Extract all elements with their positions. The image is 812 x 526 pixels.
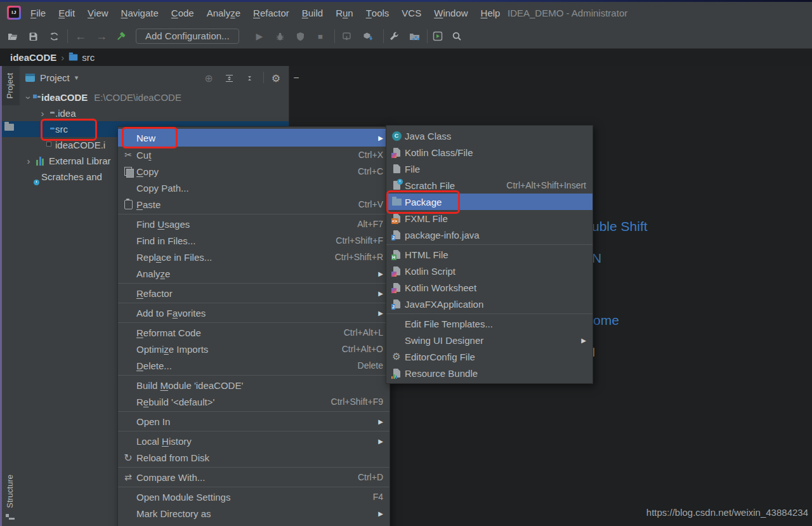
tool-stripe-tab-project[interactable]: Project [0, 66, 20, 105]
menu-item-delete[interactable]: Delete... Delete [118, 357, 390, 374]
submenu-item-swing-ui-designer[interactable]: Swing UI Designer ▶ [386, 332, 593, 348]
menu-item-copy[interactable]: Copy Ctrl+C [118, 163, 390, 180]
project-panel-title[interactable]: Project [40, 72, 70, 83]
menu-code[interactable]: Code [165, 2, 200, 24]
submenu-arrow-icon: ▶ [378, 310, 383, 317]
gear-icon[interactable]: ⚙ [270, 72, 282, 84]
csdn-watermark: https://blog.csdn.net/weixin_43884234 [646, 507, 808, 518]
submenu-item-html-file[interactable]: H HTML File [386, 246, 593, 263]
add-configuration-button[interactable]: Add Configuration... [136, 29, 239, 44]
compare-icon: ⇄ [122, 471, 134, 483]
menu-item-paste[interactable]: Paste Ctrl+V [118, 196, 390, 213]
build-hammer-icon[interactable] [114, 30, 127, 43]
chevron-down-icon[interactable]: ▾ [75, 74, 79, 82]
menu-item-replace-in-files[interactable]: Replace in Files... Ctrl+Shift+R [118, 249, 390, 265]
title-bar: IJ File Edit View Navigate Code Analyze … [0, 2, 812, 24]
submenu-item-java-class[interactable]: C Java Class [386, 128, 593, 144]
breadcrumb-project[interactable]: ideaCODE [10, 52, 56, 63]
menu-edit[interactable]: Edit [52, 2, 81, 24]
menu-item-rebuild-default[interactable]: Rebuild '<default>' Ctrl+Shift+F9 [118, 393, 390, 410]
editor-tip-fragment: uble Shift [592, 219, 648, 234]
menu-separator [118, 303, 390, 303]
project-structure-icon[interactable] [408, 30, 421, 43]
menu-build[interactable]: Build [296, 2, 329, 24]
tool-stripe-tab-structure[interactable]: Structure [0, 471, 20, 511]
submenu-item-javafx-application[interactable]: J JavaFXApplication [386, 296, 593, 312]
menu-view[interactable]: View [81, 2, 115, 24]
folder-icon [69, 55, 78, 61]
menu-tools[interactable]: Tools [360, 2, 396, 24]
submenu-item-edit-file-templates[interactable]: Edit File Templates... [386, 315, 593, 332]
sync-icon[interactable] [48, 30, 60, 43]
window-title: IDEA_DEMO - Administrator [508, 2, 627, 24]
open-folder-icon[interactable] [6, 30, 19, 43]
search-everywhere-icon[interactable] [450, 30, 463, 43]
menu-vcs[interactable]: VCS [395, 2, 428, 24]
menu-separator [386, 244, 593, 245]
idea-window: IJ File Edit View Navigate Code Analyze … [0, 0, 812, 526]
locate-file-icon[interactable]: ⊕ [203, 72, 214, 84]
attach-debugger-icon[interactable] [340, 30, 353, 43]
submenu-arrow-icon: ▶ [378, 135, 383, 141]
menu-item-copy-path[interactable]: Copy Path... [118, 180, 390, 196]
wrench-settings-icon[interactable] [388, 30, 400, 43]
collapse-all-icon[interactable] [244, 72, 255, 84]
context-menu: New ▶ ✂ Cut Ctrl+X Copy Ctrl+C Copy Path… [117, 126, 390, 526]
menu-item-refactor[interactable]: Refactor ▶ [118, 285, 390, 301]
update-package-icon[interactable] [362, 30, 374, 43]
menu-help[interactable]: Help [475, 2, 507, 24]
menu-item-local-history[interactable]: Local History ▶ [118, 433, 390, 449]
menu-item-find-usages[interactable]: Find Usages Alt+F7 [118, 216, 390, 232]
menu-window[interactable]: Window [428, 2, 474, 24]
chevron-collapsed-icon[interactable]: › [23, 157, 34, 166]
chevron-collapsed-icon[interactable]: › [37, 109, 48, 118]
menu-navigate[interactable]: Navigate [115, 2, 165, 24]
hide-panel-icon[interactable]: − [291, 72, 302, 84]
fxml-file-icon: <> [390, 213, 403, 224]
submenu-item-kotlin-script[interactable]: Kotlin Script [386, 263, 593, 279]
submenu-item-kotlin-class-file[interactable]: Kotlin Class/File [386, 144, 593, 161]
submenu-item-editorconfig-file[interactable]: ⚙ EditorConfig File [386, 348, 593, 365]
menu-analyze[interactable]: Analyze [200, 2, 247, 24]
forward-icon[interactable]: → [95, 30, 108, 43]
submenu-arrow-icon: ▶ [378, 510, 383, 517]
menu-item-cut[interactable]: ✂ Cut Ctrl+X [118, 147, 390, 163]
menu-item-find-in-files[interactable]: Find in Files... Ctrl+Shift+F [118, 232, 390, 249]
menu-item-open-in[interactable]: Open In ▶ [118, 413, 390, 430]
menu-file[interactable]: File [24, 2, 52, 24]
kotlin-file-icon [390, 282, 403, 293]
menu-item-open-module-settings[interactable]: Open Module Settings F4 [118, 489, 390, 505]
submenu-item-kotlin-worksheet[interactable]: Kotlin Worksheet [386, 279, 593, 296]
stop-icon[interactable]: ■ [314, 30, 327, 43]
menu-item-build-module[interactable]: Build Module 'ideaCODE' [118, 377, 390, 393]
submenu-item-package-info[interactable]: J package-info.java [386, 227, 593, 243]
submenu-item-file[interactable]: File [386, 161, 593, 177]
header-separator [263, 72, 264, 83]
tree-item-project-root[interactable]: › ideaCODE E:\CODE\ideaCODE [20, 89, 292, 105]
gear-icon: ⚙ [390, 351, 403, 362]
debug-bug-icon[interactable] [273, 30, 286, 43]
run-anything-icon[interactable] [431, 30, 444, 43]
menu-item-remove-bom[interactable]: Remove BOM [118, 522, 390, 526]
chevron-expanded-icon[interactable]: › [24, 93, 33, 103]
annotation-box-src [41, 119, 97, 141]
kotlin-file-icon [390, 147, 403, 158]
menu-item-compare-with[interactable]: ⇄ Compare With... Ctrl+D [118, 469, 390, 485]
main-menu-bar: File Edit View Navigate Code Analyze Ref… [24, 2, 506, 24]
editor-tip-fragment: ome [593, 313, 619, 328]
menu-item-mark-directory-as[interactable]: Mark Directory as ▶ [118, 505, 390, 522]
run-with-coverage-icon[interactable] [294, 30, 306, 43]
menu-item-reload-from-disk[interactable]: ↻ Reload from Disk [118, 449, 390, 466]
menu-run[interactable]: Run [329, 2, 360, 24]
expand-all-icon[interactable] [223, 72, 235, 84]
run-icon[interactable]: ▶ [253, 30, 266, 43]
back-icon[interactable]: ← [74, 30, 87, 43]
breadcrumb-src[interactable]: src [82, 52, 95, 63]
menu-item-optimize-imports[interactable]: Optimize Imports Ctrl+Alt+O [118, 341, 390, 357]
menu-item-add-to-favorites[interactable]: Add to Favorites ▶ [118, 305, 390, 321]
submenu-item-resource-bundle[interactable]: Resource Bundle [386, 365, 593, 381]
menu-refactor[interactable]: Refactor [247, 2, 296, 24]
save-icon[interactable] [27, 30, 39, 43]
menu-item-analyze[interactable]: Analyze ▶ [118, 265, 390, 282]
menu-item-reformat-code[interactable]: Reformat Code Ctrl+Alt+L [118, 324, 390, 341]
